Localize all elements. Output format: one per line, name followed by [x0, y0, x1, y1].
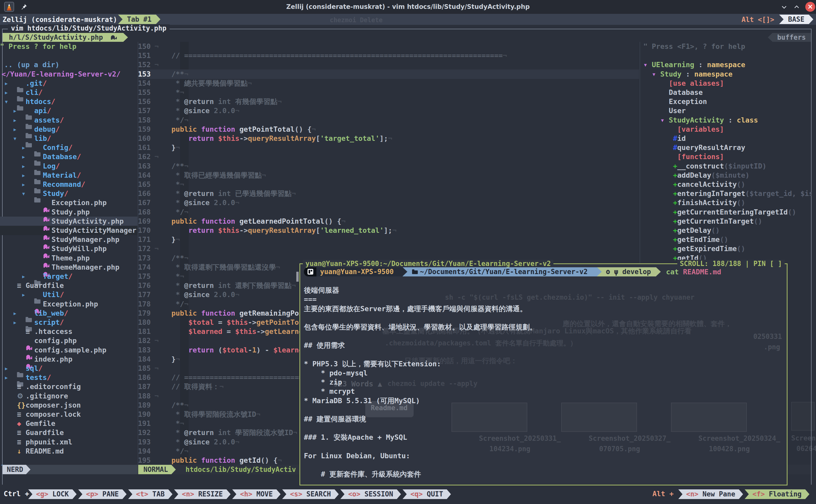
tagbar-row[interactable]: #queryResultArray: [643, 143, 745, 152]
keybind-move[interactable]: <h> MOVE: [232, 489, 281, 499]
keybind-search[interactable]: <s> SEARCH: [282, 489, 339, 499]
tree-item-Guardfile[interactable]: ≡Guardfile: [4, 281, 64, 290]
tree-item-tests[interactable]: ▸tests/: [4, 373, 51, 382]
tree-item-phpunit-xml[interactable]: ≡phpunit.xml: [4, 437, 72, 447]
tagbar-row[interactable]: User: [643, 106, 686, 115]
tree-item-Recommand[interactable]: ▸Recommand/: [21, 180, 85, 189]
tree-item-Target[interactable]: ▸Target/: [21, 272, 73, 281]
tree-item-Database[interactable]: ▸Database/: [21, 152, 81, 161]
tree-item-StudyWill-php[interactable]: StudyWill.php: [30, 244, 107, 253]
code-line-160[interactable]: return $this->queryResultArray['target_t…: [154, 134, 392, 143]
tree-item-debug[interactable]: ▸debug/: [13, 125, 60, 134]
code-line-156[interactable]: * @return int 有幾個學習點¬: [154, 97, 282, 106]
code-line-171[interactable]: }¬: [154, 235, 180, 244]
tagbar-row[interactable]: +addDelay($minute): [643, 171, 749, 180]
code-line-152[interactable]: ¬: [154, 60, 159, 69]
buffers-tab[interactable]: buffers: [768, 33, 811, 42]
tree-item--editorconfig[interactable]: ≡.editorconfig: [4, 382, 81, 391]
code-line-192[interactable]: * @return int 學習階段流水號ID¬: [154, 428, 297, 437]
tagbar-row[interactable]: [variables]: [643, 125, 724, 134]
tree-item-composer-lock[interactable]: ≡composer.lock: [4, 410, 81, 419]
code-line-174[interactable]: * 取得還剩下幾個學習點還沒學¬: [154, 263, 280, 272]
tree-item-lib-web[interactable]: ▸lib_web/: [13, 309, 68, 318]
tagbar-row[interactable]: ▾ UElearning : namespace: [643, 60, 745, 69]
tagbar-row[interactable]: +enteringInTarget($target_id, $is: [643, 189, 812, 198]
code-line-176[interactable]: * @return int 還剩下幾個學習點¬: [154, 281, 296, 290]
tree-item-ThemeManager-php[interactable]: ThemeManager.php: [30, 263, 119, 272]
tree-item-README-md[interactable]: ↓README.md: [4, 447, 64, 456]
keybind-floating[interactable]: <f> Floating: [745, 489, 809, 499]
tagbar-row[interactable]: Database: [643, 88, 703, 97]
code-line-187[interactable]: // 取得資料：¬: [154, 382, 224, 391]
keybind-pane[interactable]: <p> PANE: [78, 489, 126, 499]
code-line-184[interactable]: }¬: [154, 355, 180, 364]
tagbar-row[interactable]: +getCurrentEnteringTargetId(): [643, 207, 796, 217]
code-line-164[interactable]: * 取得已經學過幾個學習點¬: [154, 171, 266, 180]
code-line-153[interactable]: /**¬: [154, 69, 188, 79]
tree-item--git[interactable]: ▸.git/: [4, 79, 47, 88]
tree-item--htaccess[interactable]: ≡.htaccess: [13, 327, 72, 336]
tree-item-Study-php[interactable]: Study.php: [30, 207, 90, 217]
tree-item-StudyActivityManager[interactable]: StudyActivityManager: [30, 226, 136, 235]
keybind-resize[interactable]: <n> RESIZE: [174, 489, 231, 499]
tagbar-row[interactable]: +getCurrentInTarget(): [643, 217, 762, 226]
keybind-session[interactable]: <o> SESSION: [340, 489, 401, 499]
tree-item-Exception-php[interactable]: Exception.php: [21, 299, 98, 309]
code-line-173[interactable]: /**¬: [154, 253, 188, 263]
code-line-161[interactable]: }¬: [154, 143, 180, 152]
code-line-172[interactable]: ¬: [154, 244, 159, 253]
tree-item-Guardfile[interactable]: ≡Guardfile: [4, 428, 64, 437]
tagbar-row[interactable]: +getDelay(): [643, 226, 720, 235]
code-line-177[interactable]: * @since 2.0.0¬: [154, 290, 239, 299]
tree-item-assets[interactable]: ▸assets/: [13, 115, 64, 125]
tagbar-row[interactable]: ▾ Study : namespace: [643, 69, 732, 79]
tree-item-Util[interactable]: ▸Util/: [21, 290, 64, 299]
keybind-lock[interactable]: <g> LOCK: [28, 489, 77, 499]
code-line-162[interactable]: ¬: [154, 152, 159, 161]
code-line-175[interactable]: *¬: [154, 272, 184, 281]
code-line-193[interactable]: * @since 2.0.0¬: [154, 437, 239, 447]
tree-item-Material[interactable]: ▸Material/: [21, 171, 81, 180]
code-line-166[interactable]: * @return int 已學過幾個學習點¬: [154, 189, 296, 198]
tagbar-row[interactable]: +cancelActivity(): [643, 180, 745, 189]
tagbar-row[interactable]: +getEndTime(): [643, 235, 728, 244]
tree-item-Config[interactable]: ▸Config/: [21, 143, 73, 152]
code-line-167[interactable]: * @since 2.0.0¬: [154, 198, 239, 207]
tree-item-script[interactable]: ▸script/: [13, 318, 64, 327]
tagbar-row[interactable]: ▾ StudyActivity : class: [643, 115, 758, 125]
tree-item-config-sample-php[interactable]: config.sample.php: [13, 345, 106, 355]
chevron-up-icon[interactable]: [793, 4, 800, 10]
code-line-159[interactable]: public function getPointTotal() {¬: [154, 125, 316, 134]
code-line-185[interactable]: ¬: [154, 364, 159, 373]
tree-item-StudyActivity-php[interactable]: StudyActivity.php: [30, 217, 124, 226]
close-button[interactable]: ×: [805, 2, 815, 12]
code-line-169[interactable]: public function getLearnedPointTotal() {…: [154, 217, 346, 226]
tree-item-Gemfile[interactable]: ◆Gemfile: [4, 419, 55, 428]
tree-item-Theme-php[interactable]: Theme.php: [30, 253, 90, 263]
tree-item-api[interactable]: ▸api/: [13, 106, 51, 115]
code-line-191[interactable]: *¬: [154, 419, 184, 428]
keybind-tab[interactable]: <t> TAB: [128, 489, 173, 499]
code-line-194[interactable]: */¬: [154, 447, 188, 456]
tagbar-row[interactable]: [functions]: [643, 152, 724, 161]
code-line-157[interactable]: * @since 2.0.0¬: [154, 106, 239, 115]
code-line-188[interactable]: ¬: [154, 391, 159, 401]
tree-item-cli[interactable]: ▸cli/: [4, 88, 43, 97]
tagbar-row[interactable]: [use aliases]: [643, 79, 724, 88]
code-line-154[interactable]: * 總共要學幾個學習點¬: [154, 79, 252, 88]
buffer-tab[interactable]: h/l/S/StudyActivity.php: [3, 33, 128, 42]
code-line-195[interactable]: public function getId() {¬: [154, 456, 282, 465]
code-line-165[interactable]: *¬: [154, 180, 184, 189]
code-line-151[interactable]: // =====================================…: [154, 51, 507, 60]
keybind-new-pane[interactable]: <n> New Pane: [678, 489, 743, 499]
code-line-178[interactable]: */¬: [154, 299, 188, 309]
tagbar-row[interactable]: +getExpiredTime(): [643, 244, 745, 253]
tree-item-lib[interactable]: ▾lib/: [13, 134, 51, 143]
code-line-158[interactable]: */¬: [154, 115, 188, 125]
code-line-150[interactable]: ¬: [154, 42, 159, 51]
code-line-163[interactable]: /**¬: [154, 161, 188, 171]
tree-item-config-php[interactable]: config.php: [13, 336, 77, 345]
tagbar-row[interactable]: " Press <F1>, ? for help: [643, 42, 745, 51]
tagbar-row[interactable]: +__construct($inputID): [643, 161, 766, 171]
code-line-170[interactable]: return $this->queryResultArray['learned_…: [154, 226, 397, 235]
